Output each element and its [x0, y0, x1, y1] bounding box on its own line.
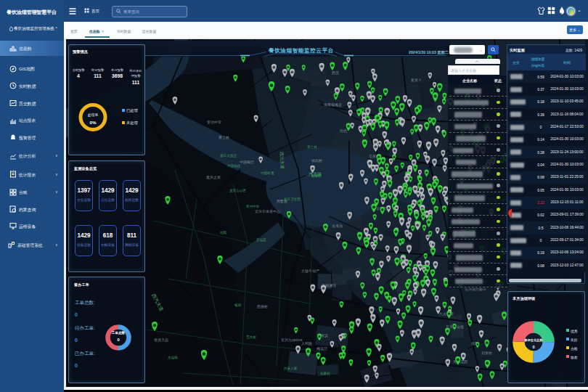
svg-text:宜兴市体育中心: 宜兴市体育中心 — [255, 209, 280, 213]
svg-text:汽北路: 汽北路 — [309, 171, 322, 177]
svg-text:水淹沟: 水淹沟 — [332, 224, 343, 229]
svg-text:龙背山小区: 龙背山小区 — [229, 189, 246, 192]
svg-text:李功中学: 李功中学 — [207, 120, 221, 124]
svg-text:银湖: 银湖 — [234, 303, 242, 307]
svg-text:海聚银滩店: 海聚银滩店 — [324, 102, 342, 107]
svg-text:香滇天品: 香滇天品 — [154, 338, 168, 343]
svg-text:李功中学: 李功中学 — [246, 205, 260, 208]
svg-text:西例村: 西例村 — [257, 304, 268, 309]
svg-text:尚色: 尚色 — [340, 128, 347, 134]
svg-text:刘家村: 刘家村 — [481, 351, 492, 356]
svg-text:中国银行: 中国银行 — [240, 160, 254, 165]
svg-text:泰兴之家: 泰兴之家 — [206, 175, 221, 180]
svg-text:宜兴九općins: 宜兴九općins — [281, 338, 303, 342]
svg-text:中国联通: 中国联通 — [261, 171, 274, 176]
svg-text:文脉不动产: 文脉不动产 — [301, 269, 319, 274]
svg-text:人和路: 人和路 — [301, 341, 312, 346]
svg-text:西流: 西流 — [332, 70, 339, 75]
svg-text:富家卜: 富家卜 — [411, 78, 422, 82]
svg-text:久光村委: 久光村委 — [439, 311, 454, 317]
svg-text:梅花厅: 梅花厅 — [317, 346, 327, 351]
svg-text:新庄卫生院: 新庄卫生院 — [284, 197, 301, 202]
svg-text:城则村: 城则村 — [311, 158, 322, 163]
svg-text:黄上村: 黄上村 — [219, 135, 229, 140]
